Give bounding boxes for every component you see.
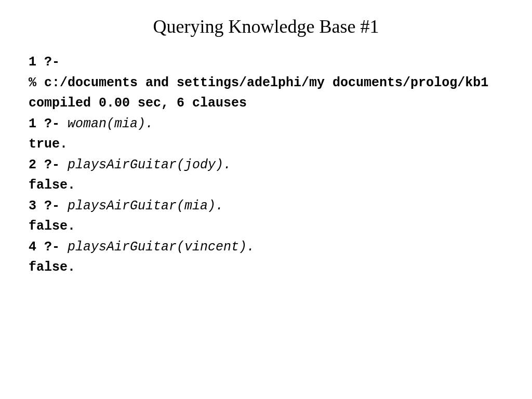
compile-message: % c:/documents and settings/adelphi/my d…: [29, 73, 503, 114]
query-1: woman(mia).: [68, 116, 153, 131]
code-content: 1 ?- % c:/documents and settings/adelphi…: [29, 52, 503, 278]
query-line-3: 3 ?- playsAirGuitar(mia).: [29, 196, 503, 217]
prompt-line: 1 ?-: [29, 52, 503, 73]
query-line-2: 2 ?- playsAirGuitar(jody).: [29, 155, 503, 176]
result-4: false.: [29, 257, 503, 278]
query-line-1: 1 ?- woman(mia).: [29, 114, 503, 135]
query-line-4: 4 ?- playsAirGuitar(vincent).: [29, 237, 503, 258]
query-3: playsAirGuitar(mia).: [68, 198, 223, 214]
prompt-3: 3 ?-: [29, 198, 68, 214]
result-3: false.: [29, 216, 503, 237]
prompt-4: 4 ?-: [29, 240, 68, 255]
query-2: playsAirGuitar(jody).: [68, 157, 231, 172]
result-1: true.: [29, 134, 503, 155]
slide-title: Querying Knowledge Base #1: [29, 16, 503, 37]
query-4: playsAirGuitar(vincent).: [68, 240, 255, 255]
prompt-2: 2 ?-: [29, 157, 68, 172]
result-2: false.: [29, 175, 503, 196]
prompt-1: 1 ?-: [29, 116, 68, 131]
